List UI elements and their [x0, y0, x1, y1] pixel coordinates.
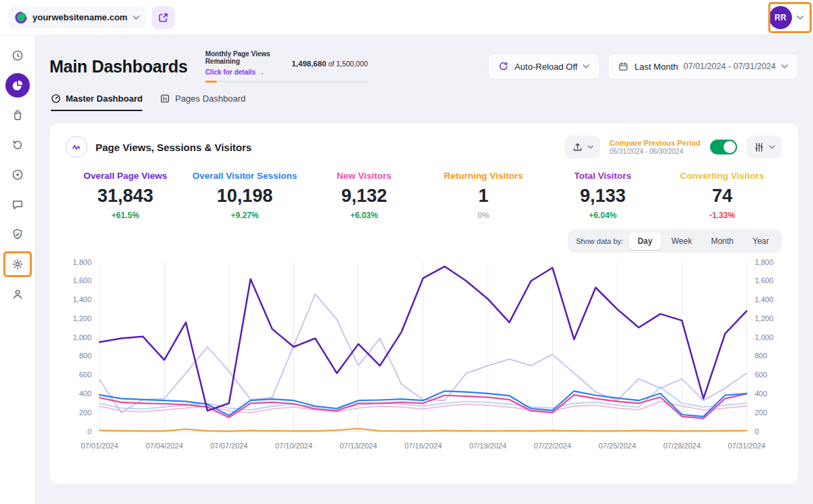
metric-delta: +6.04%: [543, 211, 663, 220]
metric-delta: 0%: [424, 211, 543, 220]
export-button[interactable]: [565, 135, 600, 159]
svg-text:07/07/2024: 07/07/2024: [210, 442, 247, 450]
card-header: Page Views, Sessions & Visitors Compare …: [66, 135, 782, 159]
metric-returning-visitors: Returning Visitors 1 0%: [424, 171, 543, 220]
metric-label: Returning Visitors: [424, 171, 543, 181]
metric-total-visitors: Total Visitors 9,133 +6.04%: [543, 171, 663, 220]
dial-icon: [51, 93, 61, 104]
svg-text:07/19/2024: 07/19/2024: [469, 442, 506, 450]
metric-value: 9,132: [304, 186, 423, 207]
period-range: 07/01/2024 - 07/31/2024: [684, 62, 776, 71]
granularity-week[interactable]: Week: [663, 232, 701, 250]
site-selector[interactable]: yourwebsitename.com: [8, 7, 146, 28]
tab-label: Pages Dashboard: [175, 93, 245, 104]
chevron-down-icon: [769, 145, 775, 149]
tab-master-dashboard[interactable]: Master Dashboard: [51, 93, 142, 111]
chevron-down-icon: [781, 64, 788, 68]
svg-text:400: 400: [79, 390, 91, 398]
svg-text:800: 800: [755, 352, 767, 360]
svg-text:07/22/2024: 07/22/2024: [534, 442, 571, 450]
export-icon: [572, 142, 583, 153]
app-logo-icon: [15, 12, 27, 24]
card-actions: Compare Previous Period 05/31/2024 - 06/…: [565, 135, 783, 159]
target-icon: [11, 168, 24, 182]
metric-delta: +6.03%: [304, 211, 423, 220]
sidebar-item-account[interactable]: [5, 282, 30, 306]
metric-overall-visitor-sessions: Overall Visitor Sessions 10,198 +9.27%: [185, 171, 304, 220]
svg-text:600: 600: [79, 371, 91, 379]
svg-text:400: 400: [755, 390, 767, 398]
show-data-by-label: Show data by:: [576, 237, 623, 245]
metric-value: 31,843: [66, 186, 185, 207]
chart-area: 07/01/202407/04/202407/07/202407/10/2024…: [66, 257, 782, 455]
metrics-row: Overall Page Views 31,843 +61.5% Overall…: [66, 171, 782, 220]
svg-text:200: 200: [755, 408, 767, 417]
metric-label: Converting Visitors: [663, 171, 782, 181]
shield-check-icon: [11, 228, 24, 241]
shopping-bag-icon: [11, 108, 24, 122]
metric-delta: +9.27%: [185, 211, 304, 220]
svg-text:1,200: 1,200: [755, 314, 774, 322]
granularity-day[interactable]: Day: [629, 232, 661, 250]
metric-new-visitors: New Visitors 9,132 +6.03%: [304, 171, 423, 220]
sidebar-item-settings[interactable]: [5, 252, 30, 276]
sidebar-item-time[interactable]: [5, 43, 30, 68]
metric-value: 1: [424, 186, 543, 207]
svg-text:1,600: 1,600: [72, 276, 91, 285]
header-actions: Auto-Reload Off Last Month 07/01/2024 - …: [488, 54, 798, 79]
svg-text:1,400: 1,400: [755, 295, 774, 303]
auto-reload-label: Auto-Reload Off: [514, 62, 577, 72]
columns-icon: [160, 93, 170, 104]
svg-text:1,800: 1,800: [72, 258, 91, 266]
chevron-down-icon: [583, 64, 589, 68]
svg-text:1,600: 1,600: [755, 276, 774, 285]
chart-settings-button[interactable]: [747, 135, 782, 159]
metric-overall-page-views: Overall Page Views 31,843 +61.5%: [66, 171, 185, 220]
svg-text:07/31/2024: 07/31/2024: [728, 442, 765, 450]
account-menu[interactable]: RR: [769, 6, 804, 29]
metric-converting-visitors: Converting Visitors 74 -1.33%: [663, 171, 782, 220]
period-label: Last Month: [634, 62, 678, 72]
compare-label: Compare Previous Period: [610, 139, 701, 147]
quota-details-link[interactable]: Click for details →: [205, 68, 264, 76]
sidebar-item-privacy[interactable]: [5, 222, 30, 247]
sidebar-item-history[interactable]: [5, 133, 30, 157]
date-range-button[interactable]: Last Month 07/01/2024 - 07/31/2024: [608, 54, 798, 79]
avatar[interactable]: RR: [769, 6, 792, 29]
chart-svg[interactable]: 07/01/202407/04/202407/07/202407/10/2024…: [66, 257, 782, 455]
chevron-down-icon: [797, 16, 804, 20]
svg-text:07/25/2024: 07/25/2024: [598, 442, 635, 450]
gear-icon: [11, 257, 24, 271]
user-icon: [11, 287, 24, 301]
sidebar-item-ecommerce[interactable]: [5, 103, 30, 127]
tab-pages-dashboard[interactable]: Pages Dashboard: [160, 93, 245, 111]
page-header: Main Dashboards Monthly Page Views Remai…: [49, 50, 798, 83]
metric-value: 10,198: [185, 186, 304, 207]
metric-label: Overall Page Views: [66, 171, 185, 181]
svg-text:0: 0: [87, 427, 91, 436]
sidebar-item-tracking[interactable]: [5, 163, 30, 187]
metric-label: New Visitors: [304, 171, 423, 181]
metric-delta: -1.33%: [663, 211, 782, 220]
sidebar-item-dashboards[interactable]: [5, 73, 30, 98]
granularity-month[interactable]: Month: [702, 232, 742, 250]
metric-label: Overall Visitor Sessions: [185, 171, 304, 181]
chart-card: Page Views, Sessions & Visitors Compare …: [49, 123, 798, 484]
toggle-knob: [724, 141, 736, 153]
main-content: Main Dashboards Monthly Page Views Remai…: [35, 35, 813, 504]
chat-icon: [11, 198, 24, 211]
svg-text:800: 800: [79, 352, 91, 360]
svg-text:1,000: 1,000: [755, 333, 774, 341]
auto-reload-button[interactable]: Auto-Reload Off: [488, 54, 600, 79]
svg-text:1,800: 1,800: [755, 258, 774, 266]
open-site-button[interactable]: [152, 6, 175, 29]
svg-text:600: 600: [755, 371, 767, 379]
svg-text:1,000: 1,000: [72, 333, 91, 341]
sidebar-item-chat[interactable]: [5, 192, 30, 217]
chevron-down-icon: [587, 145, 593, 149]
quota-progress-fill: [205, 81, 217, 83]
granularity-year[interactable]: Year: [744, 232, 778, 250]
pie-chart-icon: [11, 79, 24, 92]
calendar-icon: [618, 61, 629, 72]
compare-toggle[interactable]: [710, 140, 737, 154]
